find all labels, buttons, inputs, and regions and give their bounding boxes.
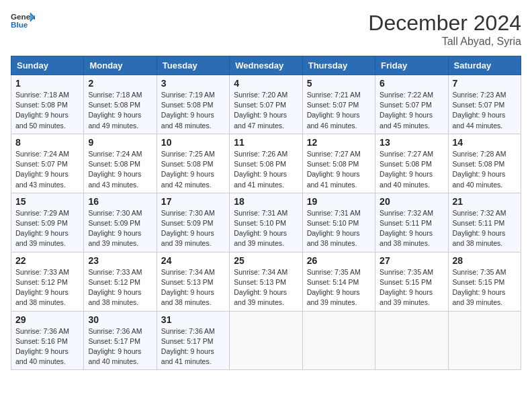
col-header-thursday: Thursday <box>302 56 375 75</box>
day-cell-10: 10Sunrise: 7:25 AMSunset: 5:08 PMDayligh… <box>157 134 229 193</box>
day-number: 4 <box>234 78 298 89</box>
day-cell-14: 14Sunrise: 7:28 AMSunset: 5:08 PMDayligh… <box>448 134 521 193</box>
day-info: Sunrise: 7:31 AMSunset: 5:10 PMDaylight:… <box>234 208 298 249</box>
day-cell-3: 3Sunrise: 7:19 AMSunset: 5:08 PMDaylight… <box>157 75 229 134</box>
location: Tall Abyad, Syria <box>368 36 521 48</box>
day-number: 2 <box>88 78 152 89</box>
day-cell-17: 17Sunrise: 7:30 AMSunset: 5:09 PMDayligh… <box>157 193 229 252</box>
day-info: Sunrise: 7:36 AMSunset: 5:16 PMDaylight:… <box>15 326 79 367</box>
col-header-wednesday: Wednesday <box>230 56 302 75</box>
day-number: 29 <box>15 314 79 325</box>
day-info: Sunrise: 7:27 AMSunset: 5:08 PMDaylight:… <box>307 149 371 190</box>
day-cell-11: 11Sunrise: 7:26 AMSunset: 5:08 PMDayligh… <box>230 134 302 193</box>
day-cell-27: 27Sunrise: 7:35 AMSunset: 5:15 PMDayligh… <box>375 252 448 311</box>
day-info: Sunrise: 7:36 AMSunset: 5:17 PMDaylight:… <box>88 326 152 367</box>
day-info: Sunrise: 7:22 AMSunset: 5:07 PMDaylight:… <box>380 90 443 131</box>
day-cell-12: 12Sunrise: 7:27 AMSunset: 5:08 PMDayligh… <box>302 134 375 193</box>
day-info: Sunrise: 7:32 AMSunset: 5:11 PMDaylight:… <box>453 208 517 249</box>
day-number: 12 <box>307 137 371 148</box>
empty-cell <box>230 311 302 370</box>
day-number: 30 <box>88 314 152 325</box>
day-cell-26: 26Sunrise: 7:35 AMSunset: 5:14 PMDayligh… <box>302 252 375 311</box>
calendar-week-1: 1Sunrise: 7:18 AMSunset: 5:08 PMDaylight… <box>11 75 521 134</box>
day-number: 20 <box>380 196 443 207</box>
day-number: 26 <box>307 255 371 266</box>
calendar-week-5: 29Sunrise: 7:36 AMSunset: 5:16 PMDayligh… <box>11 311 521 370</box>
day-number: 13 <box>380 137 443 148</box>
day-info: Sunrise: 7:36 AMSunset: 5:17 PMDaylight:… <box>161 326 225 367</box>
day-number: 7 <box>453 78 517 89</box>
day-info: Sunrise: 7:19 AMSunset: 5:08 PMDaylight:… <box>161 90 225 131</box>
col-header-tuesday: Tuesday <box>157 56 229 75</box>
day-cell-18: 18Sunrise: 7:31 AMSunset: 5:10 PMDayligh… <box>230 193 302 252</box>
day-number: 25 <box>234 255 298 266</box>
day-number: 19 <box>307 196 371 207</box>
day-number: 6 <box>380 78 443 89</box>
day-number: 14 <box>453 137 517 148</box>
col-header-sunday: Sunday <box>11 56 84 75</box>
day-number: 21 <box>453 196 517 207</box>
day-number: 11 <box>234 137 298 148</box>
day-number: 5 <box>307 78 371 89</box>
day-info: Sunrise: 7:27 AMSunset: 5:08 PMDaylight:… <box>380 149 443 190</box>
day-number: 18 <box>234 196 298 207</box>
day-number: 3 <box>161 78 225 89</box>
day-cell-21: 21Sunrise: 7:32 AMSunset: 5:11 PMDayligh… <box>448 193 521 252</box>
day-info: Sunrise: 7:35 AMSunset: 5:14 PMDaylight:… <box>307 267 371 308</box>
day-info: Sunrise: 7:35 AMSunset: 5:15 PMDaylight:… <box>453 267 517 308</box>
day-cell-15: 15Sunrise: 7:29 AMSunset: 5:09 PMDayligh… <box>11 193 84 252</box>
calendar-week-2: 8Sunrise: 7:24 AMSunset: 5:07 PMDaylight… <box>11 134 521 193</box>
day-info: Sunrise: 7:26 AMSunset: 5:08 PMDaylight:… <box>234 149 298 190</box>
day-info: Sunrise: 7:31 AMSunset: 5:10 PMDaylight:… <box>307 208 371 249</box>
day-number: 24 <box>161 255 225 266</box>
day-info: Sunrise: 7:18 AMSunset: 5:08 PMDaylight:… <box>88 90 152 131</box>
day-number: 9 <box>88 137 152 148</box>
day-number: 28 <box>453 255 517 266</box>
day-number: 15 <box>15 196 79 207</box>
day-cell-29: 29Sunrise: 7:36 AMSunset: 5:16 PMDayligh… <box>11 311 84 370</box>
day-cell-5: 5Sunrise: 7:21 AMSunset: 5:07 PMDaylight… <box>302 75 375 134</box>
day-info: Sunrise: 7:23 AMSunset: 5:07 PMDaylight:… <box>453 90 517 131</box>
day-cell-16: 16Sunrise: 7:30 AMSunset: 5:09 PMDayligh… <box>84 193 157 252</box>
day-number: 31 <box>161 314 225 325</box>
day-cell-31: 31Sunrise: 7:36 AMSunset: 5:17 PMDayligh… <box>157 311 229 370</box>
day-number: 17 <box>161 196 225 207</box>
day-info: Sunrise: 7:32 AMSunset: 5:11 PMDaylight:… <box>380 208 443 249</box>
day-cell-13: 13Sunrise: 7:27 AMSunset: 5:08 PMDayligh… <box>375 134 448 193</box>
day-number: 22 <box>15 255 79 266</box>
day-info: Sunrise: 7:33 AMSunset: 5:12 PMDaylight:… <box>88 267 152 308</box>
day-cell-24: 24Sunrise: 7:34 AMSunset: 5:13 PMDayligh… <box>157 252 229 311</box>
empty-cell <box>448 311 521 370</box>
day-info: Sunrise: 7:25 AMSunset: 5:08 PMDaylight:… <box>161 149 225 190</box>
day-info: Sunrise: 7:28 AMSunset: 5:08 PMDaylight:… <box>453 149 517 190</box>
day-info: Sunrise: 7:18 AMSunset: 5:08 PMDaylight:… <box>15 90 79 131</box>
day-number: 16 <box>88 196 152 207</box>
day-cell-2: 2Sunrise: 7:18 AMSunset: 5:08 PMDaylight… <box>84 75 157 134</box>
day-info: Sunrise: 7:24 AMSunset: 5:08 PMDaylight:… <box>88 149 152 190</box>
day-info: Sunrise: 7:33 AMSunset: 5:12 PMDaylight:… <box>15 267 79 308</box>
day-cell-19: 19Sunrise: 7:31 AMSunset: 5:10 PMDayligh… <box>302 193 375 252</box>
day-cell-28: 28Sunrise: 7:35 AMSunset: 5:15 PMDayligh… <box>448 252 521 311</box>
day-cell-1: 1Sunrise: 7:18 AMSunset: 5:08 PMDaylight… <box>11 75 84 134</box>
calendar-week-3: 15Sunrise: 7:29 AMSunset: 5:09 PMDayligh… <box>11 193 521 252</box>
empty-cell <box>375 311 448 370</box>
col-header-friday: Friday <box>375 56 448 75</box>
day-cell-20: 20Sunrise: 7:32 AMSunset: 5:11 PMDayligh… <box>375 193 448 252</box>
empty-cell <box>302 311 375 370</box>
day-info: Sunrise: 7:34 AMSunset: 5:13 PMDaylight:… <box>161 267 225 308</box>
day-cell-22: 22Sunrise: 7:33 AMSunset: 5:12 PMDayligh… <box>11 252 84 311</box>
day-number: 1 <box>15 78 79 89</box>
day-number: 10 <box>161 137 225 148</box>
calendar-table: SundayMondayTuesdayWednesdayThursdayFrid… <box>11 56 521 370</box>
day-cell-8: 8Sunrise: 7:24 AMSunset: 5:07 PMDaylight… <box>11 134 84 193</box>
month-title: December 2024 <box>368 11 521 36</box>
calendar-week-4: 22Sunrise: 7:33 AMSunset: 5:12 PMDayligh… <box>11 252 521 311</box>
svg-text:Blue: Blue <box>11 20 28 29</box>
col-header-saturday: Saturday <box>448 56 521 75</box>
logo-icon: General Blue <box>11 11 35 30</box>
day-info: Sunrise: 7:30 AMSunset: 5:09 PMDaylight:… <box>161 208 225 249</box>
day-number: 27 <box>380 255 443 266</box>
day-info: Sunrise: 7:34 AMSunset: 5:13 PMDaylight:… <box>234 267 298 308</box>
day-info: Sunrise: 7:21 AMSunset: 5:07 PMDaylight:… <box>307 90 371 131</box>
day-number: 8 <box>15 137 79 148</box>
